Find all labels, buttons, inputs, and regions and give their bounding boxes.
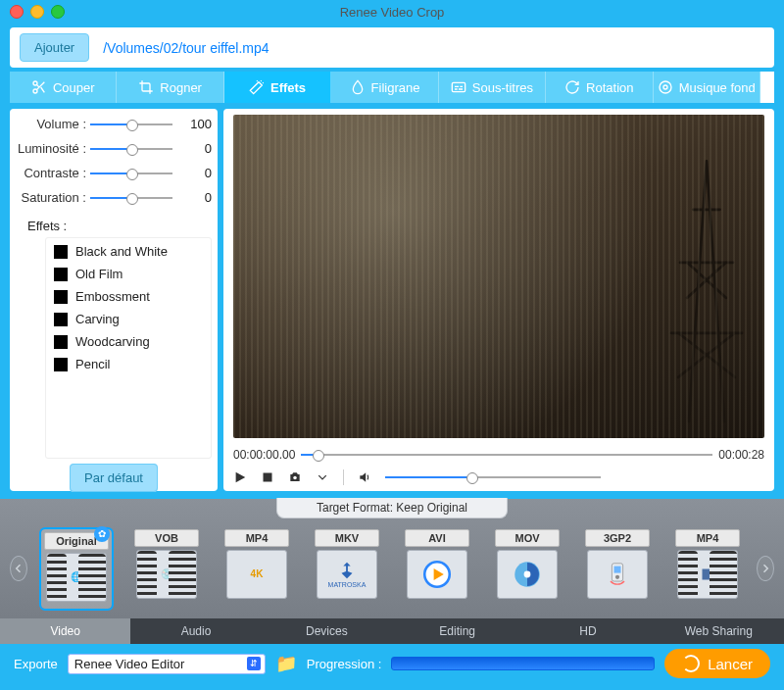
tab-label: Rotation [586,80,633,95]
list-item[interactable]: Embossment [46,285,211,308]
format-badge: MP4 [224,529,289,547]
saturation-value: 0 [172,190,212,205]
effect-label: Pencil [75,357,110,371]
list-item[interactable]: Woodcarving [46,330,211,353]
video-preview[interactable] [233,115,764,438]
chevron-down-icon[interactable] [316,470,329,484]
btab-video[interactable]: Video [0,618,130,644]
tab-crop[interactable]: Rogner [117,72,223,103]
list-item[interactable]: Old Film [46,263,211,285]
format-sub: 4K [226,550,287,599]
svg-point-3 [660,81,671,93]
format-list: ✿ Original 🌐 VOB 💿 MP4 4K MKV MATROSKA A… [41,529,743,609]
svg-rect-5 [264,473,272,482]
folder-icon[interactable]: 📁 [275,653,297,674]
player-controls [233,469,764,485]
progress-bar [391,657,655,670]
tab-rotation[interactable]: Rotation [546,72,653,103]
effect-label: Old Film [75,267,122,281]
tab-label: Effets [270,80,306,95]
header: Ajouter /Volumes/02/tour eiffel.mp4 [10,27,774,68]
tab-bgmusic[interactable]: Musique fond [654,72,760,103]
volume-slider-player[interactable] [385,470,601,484]
stop-icon[interactable] [261,470,274,484]
window-title: Renee Video Crop [0,5,784,20]
separator [343,469,344,485]
effect-label: Black and White [75,244,168,259]
contrast-label: Contraste : [16,166,90,180]
camera-icon[interactable] [288,470,302,484]
default-button[interactable]: Par défaut [70,464,158,492]
tab-subtitles[interactable]: Sous-titres [439,72,546,103]
tab-label: Sous-titres [472,80,533,95]
format-item-avi[interactable]: AVI [402,529,472,606]
gear-icon[interactable]: ✿ [94,526,110,542]
export-label: Exporte [14,657,58,671]
format-item-3gp2[interactable]: 3GP2 [582,529,653,606]
tool-tabs: Couper Rogner Effets Filigrane Sous-titr… [10,72,774,103]
rotate-icon [564,79,580,95]
volume-slider[interactable] [90,118,172,131]
tab-label: Rogner [160,80,202,95]
swatch-icon [54,290,68,304]
effect-label: Woodcarving [75,334,150,349]
effect-label: Embossment [75,289,150,304]
list-item[interactable]: Pencil [46,353,211,375]
subtitle-icon [451,79,466,95]
export-select[interactable]: Renee Video Editor ⇵ [68,654,266,674]
svg-point-6 [293,476,297,480]
list-item[interactable]: Carving [46,308,211,330]
launch-button[interactable]: Lancer [664,649,770,678]
btab-audio[interactable]: Audio [130,618,261,644]
effects-list: Black and White Old Film Embossment Carv… [45,237,212,459]
format-carousel: ✿ Original 🌐 VOB 💿 MP4 4K MKV MATROSKA A… [0,518,784,618]
btab-hd[interactable]: HD [522,618,653,644]
btab-devices[interactable]: Devices [262,618,392,644]
scissors-icon [31,79,47,95]
wand-icon [249,79,265,95]
volume-value: 100 [172,117,212,131]
export-value: Renee Video Editor [74,657,185,671]
play-icon[interactable] [233,470,247,484]
tab-watermark[interactable]: Filigrane [331,72,438,103]
format-item-mov[interactable]: MOV [492,529,563,606]
effect-label: Carving [75,312,120,326]
crop-icon [138,79,154,95]
swatch-icon [54,268,68,281]
swatch-icon [54,313,68,326]
tab-label: Musique fond [679,80,756,95]
brightness-slider[interactable] [90,142,172,156]
format-item-vob[interactable]: VOB 💿 [131,529,202,606]
tab-effects[interactable]: Effets [224,72,331,103]
carousel-prev[interactable] [10,556,27,581]
progress-label: Progression : [307,657,382,671]
tab-label: Couper [53,80,95,95]
btab-websharing[interactable]: Web Sharing [654,618,784,644]
format-item-mp4-4k[interactable]: MP4 4K [221,529,292,606]
duration: 00:00:28 [718,448,764,462]
brightness-label: Luminosité : [16,141,90,156]
add-button[interactable]: Ajouter [20,33,89,62]
format-item-original[interactable]: ✿ Original 🌐 [41,529,112,609]
speaker-icon[interactable] [358,470,371,484]
titlebar: Renee Video Crop [0,0,784,24]
format-badge: 3GP2 [585,529,650,547]
tab-label: Filigrane [371,80,420,95]
swatch-icon [54,245,68,259]
status-bar: Exporte Renee Video Editor ⇵ 📁 Progressi… [0,644,784,683]
format-sub: MATROSKA [328,581,367,588]
tab-cut[interactable]: Couper [10,72,117,103]
seek-slider[interactable] [301,448,712,462]
carousel-next[interactable] [757,556,774,581]
file-path: /Volumes/02/tour eiffel.mp4 [103,40,269,56]
svg-point-9 [524,570,531,577]
list-item[interactable]: Black and White [46,240,211,263]
contrast-slider[interactable] [90,167,172,180]
format-item-mp4[interactable]: MP4 [672,529,743,606]
svg-point-4 [663,85,667,89]
saturation-slider[interactable] [90,191,172,205]
btab-editing[interactable]: Editing [392,618,522,644]
format-item-mkv[interactable]: MKV MATROSKA [312,529,382,606]
format-badge: MP4 [675,529,740,547]
svg-rect-11 [614,566,621,572]
